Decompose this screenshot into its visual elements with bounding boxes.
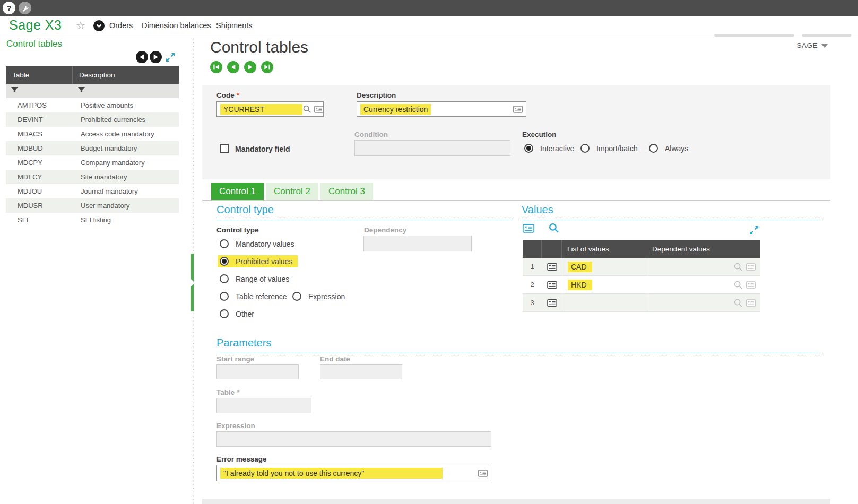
table-row[interactable]: SFISFI listing xyxy=(6,213,179,227)
first-record-icon[interactable] xyxy=(210,61,222,73)
radio-label: Prohibited values xyxy=(236,257,292,266)
radio-icon[interactable] xyxy=(220,292,229,301)
values-row[interactable]: 2 HKD xyxy=(523,276,760,294)
menu-item-dimension-balances[interactable]: Dimension balances xyxy=(142,21,211,30)
tab-control-2[interactable]: Control 2 xyxy=(266,183,318,200)
last-record-icon[interactable] xyxy=(261,61,273,73)
dependency-input[interactable] xyxy=(363,236,472,251)
code-input[interactable]: YCURREST xyxy=(216,101,324,117)
selection-list-icon[interactable] xyxy=(513,106,523,113)
radio-icon[interactable] xyxy=(220,309,229,318)
values-row[interactable]: 1 CAD xyxy=(523,258,760,276)
table-row[interactable]: AMTPOSPositive amounts xyxy=(6,98,179,112)
menu-item-orders[interactable]: Orders xyxy=(109,21,133,30)
radio-other[interactable]: Other xyxy=(220,309,254,318)
dependent-value-cell[interactable] xyxy=(647,276,760,293)
radio-import-batch[interactable]: Import/batch xyxy=(580,144,638,153)
previous-record-icon[interactable] xyxy=(227,61,239,73)
values-expand-icon[interactable] xyxy=(749,225,759,238)
search-icon[interactable] xyxy=(733,280,743,290)
radio-icon[interactable] xyxy=(524,144,533,153)
radio-label: Import/batch xyxy=(596,144,638,153)
control-type-heading: Control type xyxy=(216,204,512,220)
search-icon[interactable] xyxy=(733,262,743,272)
values-detail-icon[interactable] xyxy=(523,224,534,235)
radio-icon[interactable] xyxy=(220,274,229,283)
wrench-icon[interactable] xyxy=(19,2,31,14)
column-header-dependent-values[interactable]: Dependent values xyxy=(647,245,760,253)
help-icon[interactable]: ? xyxy=(3,2,15,14)
selection-list-icon[interactable] xyxy=(314,106,324,113)
table-input[interactable] xyxy=(216,398,311,413)
radio-range-of-values[interactable]: Range of values xyxy=(220,274,289,283)
list-value-cell[interactable]: HKD xyxy=(562,276,647,293)
filter-icon[interactable] xyxy=(6,86,73,95)
row-detail-icon[interactable] xyxy=(542,263,562,271)
row-code: AMTPOS xyxy=(6,101,73,109)
dependent-value-cell[interactable] xyxy=(647,258,760,275)
radio-table-reference[interactable]: Table reference xyxy=(220,292,287,301)
row-number: 1 xyxy=(523,263,542,271)
radio-interactive[interactable]: Interactive xyxy=(524,144,575,153)
radio-icon[interactable] xyxy=(292,292,301,301)
panel-prev-icon[interactable] xyxy=(136,51,148,65)
radio-expression[interactable]: Expression xyxy=(292,292,345,301)
filter-icon[interactable] xyxy=(73,86,85,95)
selection-list-icon[interactable] xyxy=(746,299,756,307)
table-row[interactable]: MDFCYSite mandatory xyxy=(6,170,179,184)
radio-icon[interactable] xyxy=(220,239,229,248)
tab-control-1[interactable]: Control 1 xyxy=(211,183,264,200)
row-number: 2 xyxy=(523,281,542,289)
selection-list-icon[interactable] xyxy=(746,281,756,289)
sage-x3-logo[interactable]: Sage X3 xyxy=(9,18,62,33)
start-range-input[interactable] xyxy=(216,364,299,379)
radio-always[interactable]: Always xyxy=(649,144,688,153)
column-header-list-of-values[interactable]: List of values xyxy=(562,245,647,253)
search-icon[interactable] xyxy=(733,298,743,308)
panel-expand-icon[interactable] xyxy=(165,52,176,65)
table-row[interactable]: MDBUDBudget mandatory xyxy=(6,141,179,155)
app-header: Sage X3 ☆ Orders Dimension balances Ship… xyxy=(0,16,858,36)
list-value: HKD xyxy=(568,280,592,290)
favorite-star-icon[interactable]: ☆ xyxy=(76,19,85,32)
error-message-input[interactable]: "I already told you not to use this curr… xyxy=(216,465,491,481)
values-row[interactable]: 3 xyxy=(523,294,760,312)
table-row[interactable]: MDACSAccess code mandatory xyxy=(6,127,179,141)
selection-list-icon[interactable] xyxy=(478,470,488,477)
row-description: Site mandatory xyxy=(73,173,127,181)
expression-input[interactable] xyxy=(216,431,491,447)
horizontal-scrollbar[interactable] xyxy=(802,34,851,37)
user-menu[interactable]: SAGE xyxy=(796,41,828,49)
list-value-cell[interactable]: CAD xyxy=(562,258,647,275)
values-table: List of values Dependent values 1 CAD 2 … xyxy=(523,240,760,312)
column-header-description[interactable]: Description xyxy=(73,71,115,79)
table-row[interactable]: MDUSRUser mandatory xyxy=(6,198,179,213)
radio-mandatory-values[interactable]: Mandatory values xyxy=(220,239,294,248)
description-input[interactable]: Currency restriction xyxy=(357,101,526,117)
menu-item-shipments[interactable]: Shipments xyxy=(216,21,253,30)
tab-control-3[interactable]: Control 3 xyxy=(320,183,373,200)
list-value-cell[interactable] xyxy=(562,294,647,311)
table-row[interactable]: DEVINTProhibited currencies xyxy=(6,112,179,127)
horizontal-scrollbar[interactable] xyxy=(714,34,794,37)
selection-list-icon[interactable] xyxy=(746,263,756,271)
row-detail-icon[interactable] xyxy=(542,299,562,307)
mandatory-field-checkbox[interactable] xyxy=(220,144,229,153)
end-date-input[interactable] xyxy=(320,364,402,379)
radio-prohibited-values[interactable]: Prohibited values xyxy=(218,255,298,267)
row-description: Company mandatory xyxy=(73,159,145,167)
chevron-down-icon[interactable] xyxy=(93,20,105,33)
table-row[interactable]: MDCPYCompany mandatory xyxy=(6,155,179,170)
search-icon[interactable] xyxy=(302,105,311,114)
radio-icon[interactable] xyxy=(580,144,590,153)
next-record-icon[interactable] xyxy=(244,61,256,73)
radio-icon[interactable] xyxy=(649,144,658,153)
column-header-table[interactable]: Table xyxy=(6,66,73,84)
panel-next-icon[interactable] xyxy=(150,51,162,65)
table-row[interactable]: MDJOUJournal mandatory xyxy=(6,184,179,198)
dependent-value-cell[interactable] xyxy=(647,294,760,311)
values-search-icon[interactable] xyxy=(548,222,559,236)
condition-input[interactable] xyxy=(354,140,510,156)
row-detail-icon[interactable] xyxy=(542,281,562,289)
radio-icon[interactable] xyxy=(220,257,229,266)
